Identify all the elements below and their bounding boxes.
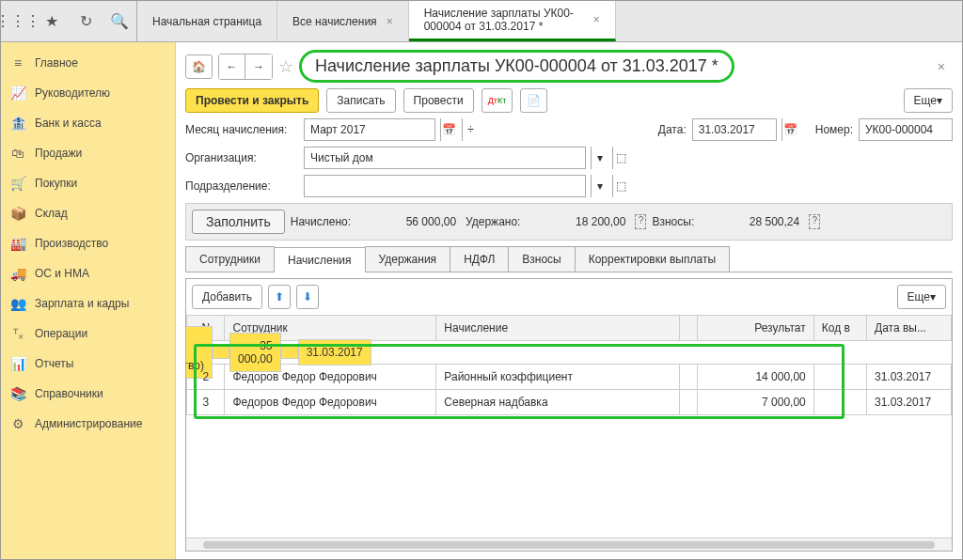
fill-button[interactable]: Заполнить xyxy=(192,210,285,234)
data-tab[interactable]: Взносы xyxy=(508,246,575,272)
cell[interactable] xyxy=(213,346,229,359)
col-date[interactable]: Дата вы... xyxy=(867,316,952,341)
data-grid[interactable]: N Сотрудник Начисление Результат Код в Д… xyxy=(186,315,952,537)
sidebar-item[interactable]: 🏭Производство xyxy=(1,228,175,258)
cell[interactable]: Северная надбавка xyxy=(436,390,680,415)
cell[interactable]: 31.03.2017 xyxy=(867,365,952,390)
cell[interactable] xyxy=(679,390,697,415)
dept-label: Подразделение: xyxy=(185,179,298,193)
table-toolbar: Добавить ⬆ ⬇ Еще ▾ xyxy=(186,279,952,315)
sidebar-item[interactable]: ᵀₓОперации xyxy=(1,319,175,349)
month-input[interactable]: Март 2017 xyxy=(304,118,435,141)
save-button[interactable]: Записать xyxy=(326,88,395,113)
org-dropdown-icon[interactable]: ▾ xyxy=(591,147,608,169)
cell[interactable] xyxy=(813,365,866,390)
dept-dropdown-icon[interactable]: ▾ xyxy=(591,175,608,197)
cell[interactable]: 31.03.2017 xyxy=(298,339,371,366)
tab-close-icon[interactable]: × xyxy=(387,15,393,28)
cell[interactable] xyxy=(281,346,298,359)
col-code[interactable]: Код в xyxy=(813,316,866,341)
move-up-button[interactable]: ⬆ xyxy=(268,285,291,309)
sidebar-item[interactable]: 🛒Покупки xyxy=(1,168,175,198)
move-down-button[interactable]: ⬇ xyxy=(296,285,319,309)
sidebar-icon: ᵀₓ xyxy=(10,326,25,341)
sidebar-item[interactable]: ⚙Администрирование xyxy=(1,409,175,439)
cell[interactable]: 7 000,00 xyxy=(698,390,814,415)
nav-back-button[interactable]: ← xyxy=(219,54,245,79)
data-tab[interactable]: Сотрудники xyxy=(185,246,275,272)
cell[interactable] xyxy=(813,390,866,415)
cell[interactable]: 14 000,00 xyxy=(698,365,814,390)
sidebar-item[interactable]: 👥Зарплата и кадры xyxy=(1,288,175,319)
date-input[interactable]: 31.03.2017 xyxy=(692,118,777,141)
cell[interactable] xyxy=(679,365,697,390)
home-button[interactable]: 🏠 xyxy=(185,54,213,79)
date-picker-icon[interactable]: 📅 xyxy=(781,118,798,141)
sidebar-item[interactable]: 📚Справочники xyxy=(1,379,175,409)
nav-forward-button[interactable]: → xyxy=(245,54,272,79)
sidebar-label: Зарплата и кадры xyxy=(35,297,129,310)
star-icon[interactable]: ★ xyxy=(35,1,69,42)
table-row[interactable]: 1Федоров Федор ФедоровичОплата по окладу… xyxy=(186,341,203,364)
attach-button[interactable]: 📄 xyxy=(520,88,547,113)
sidebar-icon: 🛒 xyxy=(10,176,25,191)
col-result[interactable]: Результат xyxy=(698,316,814,341)
dept-input[interactable] xyxy=(304,175,586,197)
sidebar-icon: 📚 xyxy=(10,386,25,401)
cell[interactable]: 3 xyxy=(187,390,225,415)
post-button[interactable]: Провести xyxy=(403,88,474,113)
sidebar-item[interactable]: 📊Отчеты xyxy=(1,349,175,379)
sidebar-label: Справочники xyxy=(35,387,103,400)
close-document-button[interactable]: × xyxy=(930,55,953,78)
search-icon[interactable]: 🔍 xyxy=(103,1,136,42)
month-picker-icon[interactable]: 📅 xyxy=(440,118,457,141)
top-tab[interactable]: Начисление зарплаты УК00-000004 от 31.03… xyxy=(409,1,616,41)
data-tab[interactable]: Удержания xyxy=(365,246,451,272)
sidebar-label: Руководителю xyxy=(35,86,110,100)
data-tab[interactable]: НДФЛ xyxy=(450,246,509,272)
table-row[interactable]: 2Федоров Федор ФедоровичРайонный коэффиц… xyxy=(187,365,952,390)
col-accrual[interactable]: Начисление xyxy=(436,316,680,341)
withheld-label: Удержано: xyxy=(466,215,520,228)
sidebar-label: Банк и касса xyxy=(35,117,102,130)
sidebar-item[interactable]: 📈Руководителю xyxy=(1,78,175,108)
cell[interactable]: 31.03.2017 xyxy=(867,390,952,415)
top-tab[interactable]: Начальная страница xyxy=(137,1,277,41)
sidebar-item[interactable]: 🏦Банк и касса xyxy=(1,108,175,138)
cell[interactable]: Районный коэффициент xyxy=(436,365,680,390)
help-icon[interactable]: ? xyxy=(809,214,820,229)
org-input[interactable]: Чистый дом xyxy=(304,147,586,169)
data-tab[interactable]: Корректировки выплаты xyxy=(575,246,730,272)
top-tab[interactable]: Все начисления× xyxy=(277,1,409,41)
sidebar-icon: 👥 xyxy=(10,296,25,311)
table-row[interactable]: 3Федоров Федор ФедоровичСеверная надбавк… xyxy=(187,390,952,415)
help-icon[interactable]: ? xyxy=(635,214,646,229)
cell[interactable]: 35 000,00 xyxy=(229,333,281,372)
sidebar-item[interactable]: ≡Главное xyxy=(1,48,175,78)
contrib-value: 28 500,24 xyxy=(700,215,803,228)
sidebar-item[interactable]: 🛍Продажи xyxy=(1,138,175,168)
app-window: ⋮⋮⋮ ★ ↻ 🔍 Начальная страницаВсе начислен… xyxy=(0,0,963,560)
cell[interactable]: Федоров Федор Федорович xyxy=(225,390,436,415)
favorite-star-icon[interactable]: ☆ xyxy=(278,56,293,77)
sidebar-item[interactable]: 📦Склад xyxy=(1,198,175,228)
debit-credit-button[interactable]: ДтКт xyxy=(482,88,513,113)
apps-icon[interactable]: ⋮⋮⋮ xyxy=(1,1,35,42)
horizontal-scrollbar[interactable] xyxy=(186,537,952,551)
sidebar-item[interactable]: 🚚ОС и НМА xyxy=(1,258,175,288)
more-button[interactable]: Еще ▾ xyxy=(904,88,953,113)
month-spinner-icon[interactable]: ÷ xyxy=(462,118,479,141)
add-row-button[interactable]: Добавить xyxy=(192,285,262,309)
number-input[interactable]: УК00-000004 xyxy=(859,118,953,141)
post-and-close-button[interactable]: Провести и закрыть xyxy=(185,88,319,113)
table-wrap: Добавить ⬆ ⬇ Еще ▾ N Сотрудник Начислени… xyxy=(185,278,953,552)
table-header-row: N Сотрудник Начисление Результат Код в Д… xyxy=(187,316,952,341)
document-title: Начисление зарплаты УК00-000004 от 31.03… xyxy=(299,50,734,83)
dept-open-icon[interactable]: ⬚ xyxy=(612,175,629,197)
table-more-button[interactable]: Еще ▾ xyxy=(897,285,946,309)
form-row-org: Организация: Чистый дом ▾ ⬚ xyxy=(185,147,953,169)
tab-close-icon[interactable]: × xyxy=(593,13,600,26)
history-icon[interactable]: ↻ xyxy=(69,1,103,42)
org-open-icon[interactable]: ⬚ xyxy=(612,147,629,169)
data-tab[interactable]: Начисления xyxy=(274,247,366,272)
